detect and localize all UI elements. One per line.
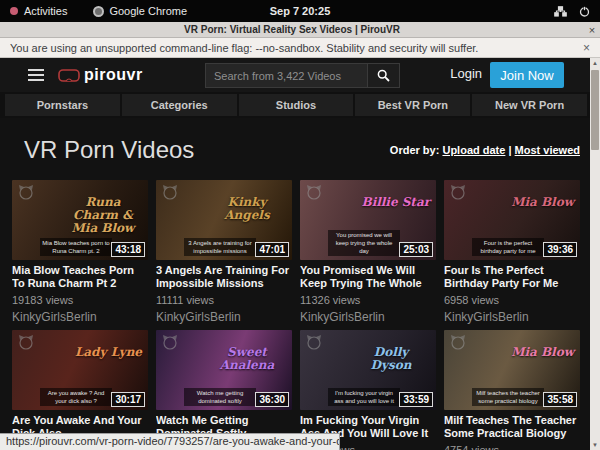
menu-hamburger-icon[interactable] [28,69,44,81]
thumbnail-overlay-title: Dolly Dyson [352,346,430,372]
nav-item-categories[interactable]: Categories [122,94,237,116]
video-studio-link[interactable]: KinkyGirlsBerlin [444,310,580,324]
site-logo[interactable]: pirouvr [58,66,143,84]
vr-headset-logo-icon [58,69,80,82]
thumbnail-overlay-title: Runa Charm & Mia Blow [64,196,142,235]
thumbnail-caption: Four is the perfect birthday party for m… [472,238,544,256]
video-title[interactable]: Four Is The Perfect Birthday Party For M… [444,264,580,290]
video-card[interactable]: Kinky Angels 3 Angels are training for i… [156,180,292,324]
browser-tab-title[interactable]: VR Porn: Virtual Reality Sex Videos | Pi… [0,24,584,35]
browser-tab-strip: VR Porn: Virtual Reality Sex Videos | Pi… [0,22,600,38]
video-studio-link[interactable]: KinkyGirlsBerlin [12,310,148,324]
video-card[interactable]: Runa Charm & Mia Blow Mia Blow teaches p… [12,180,148,324]
thumbnail-overlay-title: Mia Blow [511,196,574,209]
search-input[interactable] [205,63,368,88]
video-thumbnail[interactable]: Dolly Dyson I'm fucking your virgin ass … [300,330,436,410]
studio-logo-icon [306,334,322,350]
duration-badge: 36:30 [255,392,289,407]
infobar-message: You are using an unsupported command-lin… [10,42,583,54]
site-logo-text: pirouvr [84,66,143,84]
video-studio-link[interactable]: KinkyGirlsBerlin [156,310,292,324]
infobar-close-icon[interactable]: × [583,41,590,55]
nav-item-best-vr-porn[interactable]: Best VR Porn [355,94,470,116]
video-views: 4754 views [444,444,580,450]
main-nav: Pornstars Categories Studios Best VR Por… [0,92,592,118]
active-app-label: Google Chrome [109,5,187,17]
duration-badge: 43:18 [111,242,145,257]
duration-badge: 35:58 [543,392,577,407]
thumbnail-caption: You promised we will keep trying the who… [328,230,400,256]
thumbnail-overlay-title: Sweet Analena [208,346,286,372]
search-button[interactable] [368,63,400,88]
scrollbar[interactable]: ▲ ▼ [590,58,600,450]
recording-dot-icon [10,7,18,15]
video-title[interactable]: Mia Blow Teaches Porn To Runa Charm Pt 2 [12,264,148,290]
duration-badge: 39:36 [543,242,577,257]
video-card[interactable]: Billie Star You promised we will keep tr… [300,180,436,324]
chrome-icon [93,6,104,17]
video-card[interactable]: Lady Lyne Are you awake ? And your dick … [12,330,148,450]
video-views: 11111 views [156,294,292,306]
video-thumbnail[interactable]: Mia Blow Milf teaches the teacher some p… [444,330,580,410]
video-card[interactable]: Mia Blow Four is the perfect birthday pa… [444,180,580,324]
site-header: pirouvr Login Join Now [0,58,592,92]
network-icon[interactable] [554,6,567,17]
video-thumbnail[interactable]: Kinky Angels 3 Angels are training for i… [156,180,292,260]
status-bar-url: https://pirouvr.com/vr-porn-video/779325… [0,433,340,450]
studio-logo-icon [18,334,34,350]
thumbnail-caption: Watch me getting dominated softly [184,388,256,406]
system-top-bar: Activities Google Chrome Sep 7 20:25 [0,0,600,22]
nav-item-new-vr-porn[interactable]: New VR Porn [472,94,587,116]
search-icon [377,69,390,82]
video-card[interactable]: Dolly Dyson I'm fucking your virgin ass … [300,330,436,450]
login-link[interactable]: Login [450,66,482,81]
scroll-up-icon[interactable]: ▲ [592,58,598,68]
studio-logo-icon [162,334,178,350]
studio-logo-icon [306,184,322,200]
order-by-label: Order by: [390,144,440,156]
video-views: 19183 views [12,294,148,306]
order-by-most-viewed-link[interactable]: Most viewed [515,144,580,156]
thumbnail-caption: I'm fucking your virgin ass and you will… [328,388,400,406]
thumbnail-caption: Milf teaches the teacher some practical … [472,388,544,406]
duration-badge: 25:03 [399,242,433,257]
video-studio-link[interactable]: KinkyGirlsBerlin [300,310,436,324]
video-card[interactable]: Mia Blow Milf teaches the teacher some p… [444,330,580,450]
video-thumbnail[interactable]: Lady Lyne Are you awake ? And your dick … [12,330,148,410]
nav-item-studios[interactable]: Studios [239,94,354,116]
video-thumbnail[interactable]: Mia Blow Four is the perfect birthday pa… [444,180,580,260]
studio-logo-icon [450,334,466,350]
order-by-controls: Order by: Upload date | Most viewed [390,144,580,156]
thumbnail-caption: Are you awake ? And your dick also ? [40,388,112,406]
thumbnail-overlay-title: Kinky Angels [208,196,286,222]
scroll-down-icon[interactable]: ▼ [592,440,598,450]
scrollbar-thumb[interactable] [591,70,599,150]
video-title[interactable]: Milf Teaches The Teacher Some Practical … [444,414,580,440]
video-thumbnail[interactable]: Billie Star You promised we will keep tr… [300,180,436,260]
thumbnail-overlay-title: Mia Blow [511,346,574,359]
activities-button[interactable]: Activities [10,5,67,17]
studio-logo-icon [18,184,34,200]
page-title: VR Porn Videos [24,136,194,164]
tab-close-icon[interactable]: × [584,24,600,36]
video-title[interactable]: You Promised We Will Keep Trying The Who… [300,264,436,290]
power-icon[interactable] [579,6,590,17]
thumbnail-caption: 3 Angels are training for impossible mis… [184,238,256,256]
nav-item-pornstars[interactable]: Pornstars [5,94,120,116]
video-views: 6958 views [444,294,580,306]
thumbnail-overlay-title: Lady Lyne [75,346,142,359]
duration-badge: 33:59 [399,392,433,407]
activities-label: Activities [24,5,67,17]
duration-badge: 47:01 [255,242,289,257]
active-app-menu[interactable]: Google Chrome [93,5,187,17]
order-by-upload-date-link[interactable]: Upload date [442,144,505,156]
duration-badge: 30:17 [111,392,145,407]
video-title[interactable]: 3 Angels Are Training For Impossible Mis… [156,264,292,290]
clock: Sep 7 20:25 [0,5,600,17]
studio-logo-icon [450,184,466,200]
video-thumbnail[interactable]: Runa Charm & Mia Blow Mia Blow teaches p… [12,180,148,260]
join-now-button[interactable]: Join Now [490,62,564,88]
video-thumbnail[interactable]: Sweet Analena Watch me getting dominated… [156,330,292,410]
page-content: VR Porn Videos Order by: Upload date | M… [0,118,592,450]
video-card[interactable]: Sweet Analena Watch me getting dominated… [156,330,292,450]
